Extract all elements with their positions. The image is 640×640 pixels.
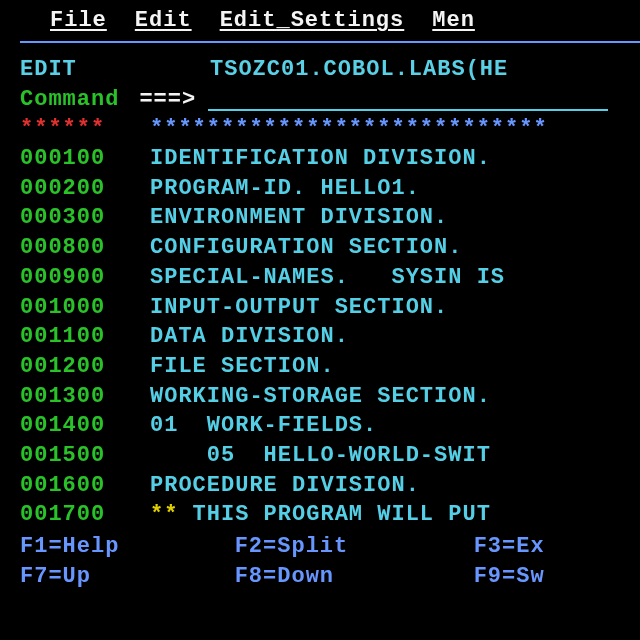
- fkey-f9[interactable]: F9=Sw: [474, 562, 620, 592]
- fkey-row-2: F7=Up F8=Down F9=Sw: [0, 562, 640, 592]
- top-of-data-row: ****** ****************************: [0, 114, 640, 144]
- line-number: 000800: [20, 233, 150, 263]
- code-line[interactable]: 000800CONFIGURATION SECTION.: [0, 233, 640, 263]
- line-number: 001400: [20, 411, 150, 441]
- line-number: 000200: [20, 174, 150, 204]
- menu-more[interactable]: Men: [432, 8, 475, 33]
- code-line[interactable]: 00140001 WORK-FIELDS.: [0, 411, 640, 441]
- code-text: WORKING-STORAGE SECTION.: [150, 382, 491, 412]
- command-arrow: ===>: [139, 85, 196, 115]
- code-line[interactable]: 000200PROGRAM-ID. HELLO1.: [0, 174, 640, 204]
- line-number: 001100: [20, 322, 150, 352]
- code-area[interactable]: 000100IDENTIFICATION DIVISION.000200PROG…: [0, 144, 640, 500]
- line-number: 001700: [20, 500, 150, 530]
- fkey-f1[interactable]: F1=Help: [20, 532, 235, 562]
- menu-edit[interactable]: Edit: [135, 8, 192, 33]
- command-input[interactable]: [208, 89, 608, 111]
- code-line[interactable]: 000300ENVIRONMENT DIVISION.: [0, 203, 640, 233]
- top-stars-left: ******: [20, 114, 150, 144]
- line-number: 001600: [20, 471, 150, 501]
- code-text: INPUT-OUTPUT SECTION.: [150, 293, 448, 323]
- command-label: Command: [20, 85, 119, 115]
- code-line[interactable]: 000100IDENTIFICATION DIVISION.: [0, 144, 640, 174]
- code-text: PROGRAM-ID. HELLO1.: [150, 174, 420, 204]
- menu-edit-settings[interactable]: Edit_Settings: [220, 8, 405, 33]
- menubar-divider: [20, 41, 640, 43]
- code-line[interactable]: 001600PROCEDURE DIVISION.: [0, 471, 640, 501]
- fkey-f2[interactable]: F2=Split: [235, 532, 474, 562]
- comment-text: THIS PROGRAM WILL PUT: [178, 500, 505, 530]
- code-text: ENVIRONMENT DIVISION.: [150, 203, 448, 233]
- fkey-f8[interactable]: F8=Down: [235, 562, 474, 592]
- line-number: 001500: [20, 441, 150, 471]
- code-line[interactable]: 001500 05 HELLO-WORLD-SWIT: [0, 441, 640, 471]
- edit-mode-label: EDIT: [20, 55, 210, 85]
- code-text: 05 HELLO-WORLD-SWIT: [150, 441, 491, 471]
- line-number: 001000: [20, 293, 150, 323]
- code-line[interactable]: 001300WORKING-STORAGE SECTION.: [0, 382, 640, 412]
- line-number: 001300: [20, 382, 150, 412]
- code-line[interactable]: 001100DATA DIVISION.: [0, 322, 640, 352]
- menubar: File Edit Edit_Settings Men: [0, 0, 640, 39]
- code-text: 01 WORK-FIELDS.: [150, 411, 377, 441]
- code-text: IDENTIFICATION DIVISION.: [150, 144, 491, 174]
- command-row: Command ===>: [0, 85, 640, 115]
- menu-file[interactable]: File: [50, 8, 107, 33]
- line-number: 000900: [20, 263, 150, 293]
- line-number: 000300: [20, 203, 150, 233]
- top-stars-right: ****************************: [150, 114, 548, 144]
- line-number: 001200: [20, 352, 150, 382]
- code-line[interactable]: 001000INPUT-OUTPUT SECTION.: [0, 293, 640, 323]
- code-text: DATA DIVISION.: [150, 322, 349, 352]
- comment-stars: **: [150, 500, 178, 530]
- fkey-f3[interactable]: F3=Ex: [474, 532, 620, 562]
- header-row: EDIT TSOZC01.COBOL.LABS(HE: [0, 55, 640, 85]
- fkey-f7[interactable]: F7=Up: [20, 562, 235, 592]
- code-text: FILE SECTION.: [150, 352, 335, 382]
- code-line[interactable]: 000900SPECIAL-NAMES. SYSIN IS: [0, 263, 640, 293]
- line-number: 000100: [20, 144, 150, 174]
- code-text: PROCEDURE DIVISION.: [150, 471, 420, 501]
- code-text: CONFIGURATION SECTION.: [150, 233, 462, 263]
- fkey-row-1: F1=Help F2=Split F3=Ex: [0, 532, 640, 562]
- dataset-name: TSOZC01.COBOL.LABS(HE: [210, 55, 508, 85]
- code-line[interactable]: 001200FILE SECTION.: [0, 352, 640, 382]
- code-line-comment[interactable]: 001700 ** THIS PROGRAM WILL PUT: [0, 500, 640, 530]
- code-text: SPECIAL-NAMES. SYSIN IS: [150, 263, 505, 293]
